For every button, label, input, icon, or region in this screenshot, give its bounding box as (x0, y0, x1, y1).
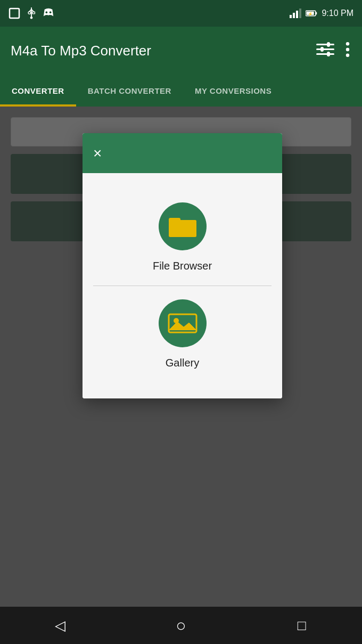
svg-point-8 (50, 11, 52, 13)
folder-icon (169, 215, 196, 238)
dialog-body: File Browser Gallery (83, 173, 282, 398)
svg-rect-19 (316, 53, 334, 55)
notification-icon (43, 7, 54, 19)
more-vertical-icon[interactable] (344, 42, 351, 60)
svg-rect-29 (169, 222, 196, 237)
svg-rect-11 (296, 11, 298, 18)
svg-point-4 (28, 12, 31, 14)
time-display: 9:10 PM (322, 9, 353, 18)
status-right-icons: ⚡ 9:10 PM (290, 9, 353, 18)
svg-point-25 (346, 54, 349, 57)
tab-converter[interactable]: CONVERTER (0, 75, 76, 107)
svg-rect-17 (316, 44, 334, 45)
svg-rect-20 (327, 42, 330, 47)
svg-rect-21 (320, 47, 324, 52)
bottom-nav: ◁ ○ □ (0, 607, 362, 644)
content-area: × File Browser (0, 107, 362, 607)
gallery-icon (168, 311, 198, 336)
file-browser-option[interactable]: File Browser (93, 189, 272, 286)
dialog-close-button[interactable]: × (93, 146, 102, 161)
svg-rect-10 (293, 13, 295, 18)
app-header: M4a To Mp3 Converter (0, 27, 362, 75)
svg-point-23 (346, 42, 349, 45)
file-browser-icon-circle (159, 202, 207, 250)
svg-point-6 (30, 17, 33, 19)
dialog-header: × (83, 133, 282, 173)
status-bar: ⚡ 9:10 PM (0, 0, 362, 27)
svg-point-24 (346, 48, 349, 51)
screen-icon (9, 7, 20, 19)
svg-rect-18 (316, 48, 334, 50)
file-browser-label: File Browser (153, 260, 212, 272)
gallery-label: Gallery (166, 357, 199, 369)
tab-my-conversions[interactable]: MY CONVERSIONS (183, 75, 283, 107)
back-button[interactable]: ◁ (44, 609, 76, 641)
svg-rect-5 (32, 12, 35, 14)
svg-rect-12 (299, 9, 301, 18)
svg-text:⚡: ⚡ (308, 11, 313, 17)
sliders-icon[interactable] (316, 42, 334, 59)
signal-icon (290, 9, 301, 18)
svg-rect-9 (290, 15, 292, 18)
status-left-icons (9, 7, 54, 19)
recents-button[interactable]: □ (286, 609, 318, 641)
usb-icon (27, 7, 36, 19)
source-picker-dialog: × File Browser (83, 133, 282, 398)
home-button[interactable]: ○ (165, 609, 197, 641)
svg-rect-0 (10, 9, 19, 18)
header-icons (316, 42, 351, 60)
app-title: M4a To Mp3 Converter (11, 43, 151, 59)
gallery-icon-circle (159, 299, 207, 347)
tab-batch-converter[interactable]: BATCH CONVERTER (76, 75, 183, 107)
svg-point-7 (46, 11, 48, 13)
battery-charging-icon: ⚡ (306, 9, 317, 18)
svg-rect-14 (316, 12, 317, 15)
gallery-option[interactable]: Gallery (93, 286, 272, 382)
svg-rect-22 (327, 52, 330, 56)
tabs-bar: CONVERTER BATCH CONVERTER MY CONVERSIONS (0, 75, 362, 107)
